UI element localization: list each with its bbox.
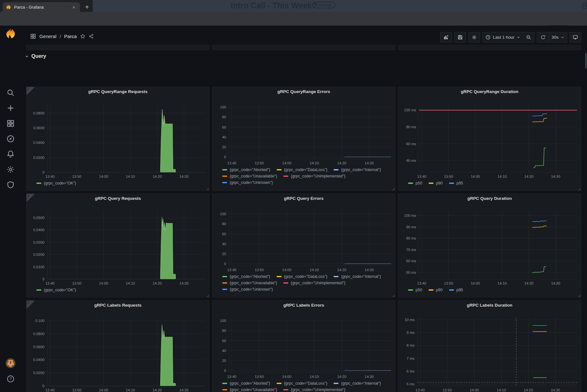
legend-swatch	[449, 183, 454, 184]
y-axis-tick-label: 100	[220, 105, 226, 109]
legend-label: {grpc_code="Aborted"}	[230, 274, 270, 279]
x-axis-tick-label: 14:00	[99, 175, 108, 178]
y-axis-tick-label: 20	[222, 252, 226, 256]
legend-label: p95	[456, 288, 463, 292]
server-admin-shield-icon[interactable]	[6, 181, 15, 189]
create-icon[interactable]	[6, 104, 15, 112]
legend-swatch	[429, 289, 433, 291]
legend-item-grpc-code-internal[interactable]: {grpc_code="Internal"}	[334, 168, 381, 172]
refresh-group: 30s	[537, 32, 567, 43]
time-range-picker[interactable]: Last 1 hour	[482, 32, 523, 43]
save-dashboard-button[interactable]	[454, 32, 466, 43]
series-line-p90	[532, 118, 547, 122]
panel-resize-handle[interactable]	[206, 187, 209, 190]
legend-swatch	[277, 169, 282, 170]
dashboard-actions: Last 1 hour 30s	[440, 32, 581, 43]
configuration-gear-icon[interactable]	[6, 165, 15, 174]
add-panel-button[interactable]	[440, 32, 452, 43]
explore-compass-icon[interactable]	[6, 135, 15, 143]
legend-item-grpc-code-unavailable[interactable]: {grpc_code="Unavailable"}	[222, 388, 277, 392]
panel-plot[interactable]: 100 ms80 ms60 ms40 ms13:4013:5014:0014:1…	[398, 87, 581, 191]
legend-item-grpc-code-unimplemented[interactable]: {grpc_code="Unimplemented"}	[283, 281, 345, 285]
legend-label: {grpc_code="OK"}	[44, 181, 76, 185]
scrollbar-thumb[interactable]	[585, 53, 587, 68]
legend-item-p50[interactable]: p50	[408, 288, 422, 292]
legend-item-grpc-code-unavailable[interactable]: {grpc_code="Unavailable"}	[222, 281, 277, 285]
legend-item-grpc-code-dataloss[interactable]: {grpc_code="DataLoss"}	[277, 274, 328, 279]
panel-plot[interactable]: 10080604020013:4013:5014:0014:1014:2014:…	[212, 301, 395, 392]
panel-plot[interactable]: 10 ms9 ms8 ms7 ms6 ms5 ms13:4013:5014:00…	[398, 301, 581, 392]
legend-item-grpc-code-unknown[interactable]: {grpc_code="Unknown"}	[222, 287, 273, 292]
row-collapse-chevron-icon	[25, 54, 29, 58]
series-area-grpc-code-ok	[160, 217, 176, 279]
alerting-bell-icon[interactable]	[6, 150, 15, 158]
legend-item-grpc-code-ok[interactable]: {grpc_code="OK"}	[36, 181, 76, 185]
legend-item-grpc-code-dataloss[interactable]: {grpc_code="DataLoss"}	[277, 168, 328, 172]
panel-resize-handle[interactable]	[578, 187, 581, 190]
dashboard-scroll-area[interactable]: Query igRPC QueryRange Requests0.08000.0…	[21, 45, 587, 392]
panel-partial-top-3[interactable]	[398, 45, 581, 50]
legend-item-grpc-code-internal[interactable]: {grpc_code="Internal"}	[334, 274, 381, 279]
legend-item-p95[interactable]: p95	[449, 288, 463, 292]
legend-item-grpc-code-unknown[interactable]: {grpc_code="Unknown"}	[222, 180, 273, 185]
series-line-p90	[532, 226, 546, 228]
legend-item-grpc-code-internal[interactable]: {grpc_code="Internal"}	[334, 381, 381, 386]
tv-mode-button[interactable]	[569, 32, 581, 43]
legend-item-grpc-code-aborted[interactable]: {grpc_code="Aborted"}	[222, 381, 270, 386]
y-axis-tick-label: 60	[222, 232, 226, 236]
panel-plot[interactable]: 0.05000.04000.03000.02000.0100013:4013:5…	[27, 194, 210, 298]
panel-resize-handle[interactable]	[206, 294, 209, 297]
x-axis-tick-label: 13:40	[45, 281, 55, 285]
browser-tab[interactable]: Parca - Grafana ×	[3, 2, 80, 12]
breadcrumb-folder[interactable]: General	[39, 34, 56, 39]
breadcrumb-page[interactable]: Parca	[64, 34, 77, 39]
share-icon[interactable]	[89, 34, 94, 39]
y-axis-tick-label: 80 ms	[406, 236, 416, 240]
panel-partial-top-2[interactable]	[212, 45, 395, 50]
legend-item-grpc-code-unimplemented[interactable]: {grpc_code="Unimplemented"}	[283, 388, 345, 392]
panel-grpc-queryrange-errors: gRPC QueryRange Errors10080604020013:401…	[212, 87, 395, 191]
help-icon[interactable]: ?	[6, 375, 15, 383]
x-axis-tick-label: 13:50	[72, 175, 82, 178]
zoom-out-time-button[interactable]	[523, 32, 535, 43]
legend-label: {grpc_code="DataLoss"}	[284, 168, 328, 172]
panel-plot[interactable]: 0.1000.08000.06000.04000.0200013:4013:50…	[27, 301, 210, 392]
dashboards-icon[interactable]	[6, 119, 15, 128]
panel-resize-handle[interactable]	[392, 187, 395, 190]
panel-partial-top-1[interactable]	[26, 45, 210, 50]
user-avatar[interactable]	[6, 358, 15, 368]
legend-label: {grpc_code="OK"}	[44, 288, 76, 292]
tab-close-icon[interactable]: ×	[71, 4, 77, 10]
panel-resize-handle[interactable]	[578, 294, 581, 297]
panel-plot[interactable]: 0.08000.06000.04000.0200013:4013:5014:00…	[27, 87, 210, 191]
x-axis-tick-label: 14:10	[310, 375, 319, 379]
dashboard-settings-button[interactable]	[468, 32, 480, 43]
legend-item-grpc-code-aborted[interactable]: {grpc_code="Aborted"}	[222, 168, 270, 172]
new-tab-button[interactable]: +	[83, 3, 91, 12]
x-axis-tick-label: 14:30	[179, 281, 189, 285]
legend-item-p95[interactable]: p95	[449, 181, 463, 185]
refresh-button[interactable]	[537, 32, 549, 43]
panel-resize-handle[interactable]	[392, 294, 395, 297]
legend-item-p90[interactable]: p90	[429, 288, 443, 292]
panel-legend: p50p90p95	[408, 181, 463, 185]
search-icon[interactable]	[6, 89, 15, 97]
legend-item-grpc-code-unimplemented[interactable]: {grpc_code="Unimplemented"}	[283, 174, 345, 178]
legend-item-p50[interactable]: p50	[408, 181, 422, 185]
x-axis-tick-label: 14:10	[126, 175, 135, 178]
panel-legend: {grpc_code="Aborted"}{grpc_code="DataLos…	[222, 168, 381, 185]
legend-item-grpc-code-unavailable[interactable]: {grpc_code="Unavailable"}	[222, 174, 277, 178]
panel-plot[interactable]: 100 ms90 ms80 ms70 ms60 ms50 ms13:4013:5…	[398, 194, 581, 298]
legend-item-grpc-code-ok[interactable]: {grpc_code="OK"}	[36, 288, 76, 292]
legend-swatch	[222, 182, 227, 183]
grafana-logo[interactable]	[5, 28, 16, 40]
refresh-interval-picker[interactable]: 30s	[549, 32, 567, 43]
row-query-header[interactable]: Query	[25, 53, 46, 59]
legend-item-p90[interactable]: p90	[429, 181, 443, 185]
legend-item-grpc-code-aborted[interactable]: {grpc_code="Aborted"}	[222, 274, 270, 279]
favorite-star-icon[interactable]	[80, 34, 85, 39]
grafana-app: ? General / Parca Last 1 hour	[0, 26, 587, 392]
x-axis-tick-label: 14:20	[524, 388, 533, 392]
legend-item-grpc-code-dataloss[interactable]: {grpc_code="DataLoss"}	[277, 381, 328, 386]
y-axis-tick-label: 0.0800	[33, 332, 44, 336]
